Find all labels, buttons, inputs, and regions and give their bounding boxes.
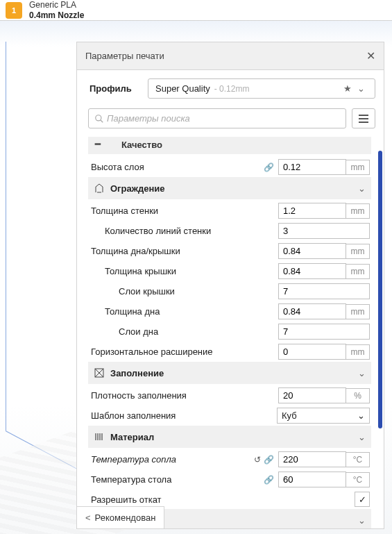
setting-bottom-layers: Слои дна [88, 322, 371, 342]
setting-label: Высота слоя [90, 162, 264, 172]
unit-label: mm [346, 344, 370, 360]
setting-label: Количество линий стенки [90, 226, 278, 236]
profile-row: Профиль Super Quality - 0.12mm ★ ⌄ [77, 70, 384, 103]
setting-label: Температура сопла [90, 454, 254, 465]
material-icon [94, 431, 110, 443]
star-icon[interactable]: ★ [341, 83, 355, 94]
unit-label: mm [346, 264, 370, 279]
chevron-left-icon: < [85, 512, 91, 523]
setting-print-temp: Температура сопла ↺🔗 °C [88, 449, 371, 469]
section-label: Материал [110, 432, 358, 442]
bed-temp-input[interactable] [278, 472, 346, 487]
svg-point-0 [96, 115, 101, 120]
section-walls[interactable]: Ограждение ⌄ [88, 177, 371, 199]
link-icon[interactable]: 🔗 [264, 475, 274, 485]
setting-wall-thickness: Толщина стенки mm [88, 201, 371, 221]
nozzle-size: 0.4mm Nozzle [29, 10, 84, 20]
unit-label: mm [346, 304, 370, 319]
reset-icon[interactable]: ↺ [254, 455, 261, 465]
setting-infill-pattern: Шаблон заполнения Куб ⌄ [88, 406, 371, 426]
profile-name: Super Quality [155, 83, 210, 94]
setting-top-layers: Слои крышки [88, 281, 371, 301]
chevron-down-icon[interactable]: ⌄ [355, 83, 368, 94]
infill-pattern-dropdown[interactable]: Куб ⌄ [277, 408, 370, 424]
setting-bed-temp: Температура стола 🔗 °C [88, 469, 371, 490]
setting-label: Горизонтальное расширение [90, 347, 278, 357]
unit-label: °C [346, 452, 370, 467]
top-bar: 1 Generic PLA 0.4mm Nozzle [0, 0, 392, 21]
print-settings-panel: Параметры печати ✕ Профиль Super Quality… [76, 42, 384, 529]
menu-button[interactable] [352, 108, 375, 128]
setting-bottom-thickness: Толщина дна mm [88, 301, 371, 322]
section-quality-partial: ━ Качество [88, 137, 371, 154]
wall-line-count-input[interactable] [278, 223, 370, 239]
panel-title: Параметры печати [85, 51, 164, 61]
setting-label: Шаблон заполнения [90, 410, 277, 421]
top-thickness-input[interactable] [278, 263, 346, 279]
section-material[interactable]: Материал ⌄ [88, 426, 371, 448]
search-icon [94, 114, 104, 124]
setting-label: Толщина дна [90, 306, 278, 317]
chevron-down-icon: ⌄ [358, 515, 366, 526]
print-temp-input[interactable] [278, 451, 346, 467]
layer-height-input[interactable] [278, 159, 346, 175]
button-label: Рекомендован [95, 512, 156, 523]
chevron-down-icon: ⌄ [358, 368, 366, 378]
section-infill[interactable]: Заполнение ⌄ [88, 362, 371, 384]
settings-list: ━ Качество Высота слоя 🔗 mm Ограждение ⌄… [77, 137, 384, 528]
axis-line [6, 42, 6, 431]
chevron-down-icon: ⌄ [358, 432, 366, 442]
walls-icon [94, 182, 110, 194]
setting-label: Слои крышки [90, 286, 278, 297]
extruder-badge: 1 [6, 2, 22, 19]
setting-label: Температура стола [90, 474, 264, 485]
setting-wall-line-count: Количество линий стенки [88, 221, 371, 241]
dropdown-value: Куб [282, 410, 297, 421]
setting-label: Толщина стенки [90, 206, 278, 216]
horizontal-expansion-input[interactable] [278, 344, 346, 360]
infill-icon [94, 367, 110, 379]
setting-layer-height: Высота слоя 🔗 mm [88, 157, 371, 177]
top-bottom-thickness-input[interactable] [278, 243, 346, 259]
setting-label: Толщина крышки [90, 266, 278, 276]
setting-label: Слои дна [90, 326, 278, 337]
unit-label: % [346, 388, 370, 403]
setting-infill-density: Плотность заполнения % [88, 385, 371, 406]
material-name: Generic PLA [29, 0, 84, 10]
setting-label: Разрешить откат [90, 494, 355, 505]
profile-sub: - 0.12mm [214, 84, 250, 94]
unit-label: mm [346, 244, 370, 259]
panel-header: Параметры печати ✕ [77, 42, 384, 70]
bottom-layers-input[interactable] [278, 324, 370, 340]
setting-label: Плотность заполнения [90, 390, 278, 401]
search-input[interactable] [107, 113, 340, 124]
unit-label: mm [346, 160, 370, 175]
setting-label: Толщина дна/крышки [90, 246, 278, 256]
chevron-down-icon: ⌄ [357, 410, 365, 421]
bottom-thickness-input[interactable] [278, 303, 346, 319]
infill-density-input[interactable] [278, 387, 346, 403]
recommended-button[interactable]: < Рекомендован [76, 506, 164, 529]
search-box[interactable] [88, 108, 346, 128]
unit-label: mm [346, 203, 370, 219]
scrollbar-thumb[interactable] [378, 151, 382, 428]
section-label: Ограждение [110, 183, 358, 194]
enable-retraction-checkbox[interactable]: ✓ [355, 492, 370, 507]
top-layers-input[interactable] [278, 283, 370, 299]
setting-top-thickness: Толщина крышки mm [88, 261, 371, 281]
setting-top-bottom-thickness: Толщина дна/крышки mm [88, 241, 371, 261]
svg-line-1 [101, 119, 103, 122]
link-icon[interactable]: 🔗 [264, 162, 274, 172]
hamburger-icon [358, 114, 369, 124]
profile-dropdown[interactable]: Super Quality - 0.12mm ★ ⌄ [148, 78, 375, 99]
wall-thickness-input[interactable] [278, 203, 346, 219]
profile-label: Профиль [90, 83, 134, 94]
link-icon[interactable]: 🔗 [264, 455, 274, 465]
unit-label: °C [346, 472, 370, 487]
setting-horizontal-expansion: Горизонтальное расширение mm [88, 342, 371, 362]
close-icon[interactable]: ✕ [366, 49, 375, 62]
search-row [77, 103, 384, 137]
chevron-down-icon: ⌄ [358, 183, 366, 194]
section-label: Заполнение [110, 368, 358, 378]
